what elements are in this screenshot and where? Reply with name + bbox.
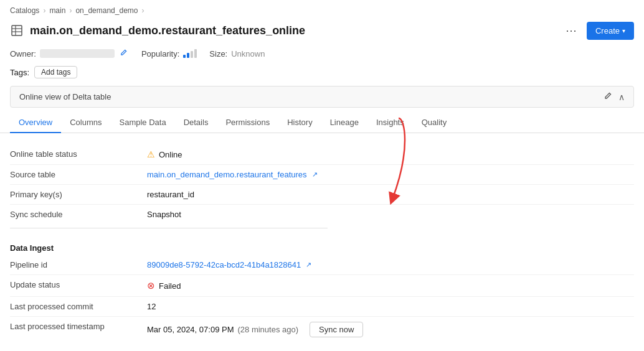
pipeline-id-link[interactable]: 89009de8-5792-42ca-bcd2-41b4a1828641: [147, 260, 301, 269]
tab-insights[interactable]: Insights: [367, 113, 413, 133]
warning-icon: ⚠: [147, 149, 155, 159]
size-label: Size:: [209, 49, 227, 58]
status-value: Online: [159, 150, 182, 159]
external-link-icon: ↗: [306, 261, 311, 269]
sync-now-button[interactable]: Sync now: [310, 322, 363, 337]
table-row: Sync schedule Snapshot: [10, 205, 634, 224]
collapse-delta-button[interactable]: ∧: [618, 92, 625, 102]
timestamp-value: Mar 05, 2024, 07:09 PM: [147, 325, 234, 334]
kebab-menu-button[interactable]: ⋯: [561, 21, 582, 40]
tab-lineage[interactable]: Lineage: [321, 113, 367, 133]
tags-label: Tags:: [10, 68, 29, 77]
breadcrumb-on-demand-demo[interactable]: on_demand_demo: [75, 6, 138, 15]
table-row: Last processed timestamp Mar 05, 2024, 0…: [10, 317, 634, 342]
table-row: Update status ⊗ Failed: [10, 275, 634, 297]
page-title: main.on_demand_demo.restaurant_features_…: [30, 24, 554, 37]
table-row: Last processed commit 12: [10, 297, 634, 317]
table-row: Pipeline id 89009de8-5792-42ca-bcd2-41b4…: [10, 255, 634, 275]
header-row: main.on_demand_demo.restaurant_features_…: [0, 19, 644, 45]
table-icon: [10, 24, 24, 37]
tags-row: Tags: Add tags: [0, 63, 644, 83]
tab-permissions[interactable]: Permissions: [217, 113, 278, 133]
breadcrumb-catalogs[interactable]: Catalogs: [10, 6, 39, 15]
data-ingest-table: Pipeline id 89009de8-5792-42ca-bcd2-41b4…: [10, 255, 634, 342]
banner-actions: ∧: [604, 91, 625, 102]
tab-quality[interactable]: Quality: [413, 113, 455, 133]
timestamp-ago: (28 minutes ago): [237, 325, 298, 334]
svg-rect-0: [12, 26, 22, 35]
header-actions: ⋯ Create ▾: [561, 21, 634, 40]
table-row: Primary key(s) restaurant_id: [10, 185, 634, 205]
breadcrumb: Catalogs › main › on_demand_demo ›: [0, 0, 644, 19]
info-table: Online table status ⚠ Online Source tabl…: [10, 144, 634, 224]
bar-4: [194, 49, 197, 58]
last-commit-value: 12: [147, 302, 156, 311]
delta-banner-text: Online view of Delta table: [19, 92, 111, 101]
bar-3: [191, 51, 193, 58]
table-row: Source table main.on_demand_demo.restaur…: [10, 165, 634, 185]
section-divider: [10, 228, 328, 228]
update-status-value: Failed: [159, 281, 181, 291]
chevron-down-icon: ▾: [622, 27, 625, 34]
overview-content: Online table status ⚠ Online Source tabl…: [0, 133, 644, 351]
bar-1: [183, 55, 186, 58]
owner-label: Owner:: [10, 49, 36, 58]
tab-columns[interactable]: Columns: [61, 113, 110, 133]
tab-overview[interactable]: Overview: [10, 113, 61, 133]
tab-details[interactable]: Details: [175, 113, 217, 133]
popularity-bars: [183, 49, 197, 58]
add-tags-button[interactable]: Add tags: [34, 66, 77, 78]
create-button[interactable]: Create ▾: [587, 22, 634, 40]
delta-banner: Online view of Delta table ∧: [10, 86, 634, 108]
table-row: Online table status ⚠ Online: [10, 144, 634, 165]
failed-icon: ⊗: [147, 280, 155, 291]
tabs-bar: Overview Columns Sample Data Details Per…: [0, 113, 644, 133]
edit-delta-button[interactable]: [604, 91, 612, 102]
owner-value: [40, 49, 115, 58]
data-ingest-title: Data Ingest: [10, 235, 634, 255]
tab-history[interactable]: History: [278, 113, 321, 133]
edit-owner-button[interactable]: [118, 47, 129, 60]
popularity-label: Popularity:: [141, 49, 179, 58]
size-value: Unknown: [231, 49, 265, 58]
sync-schedule-value: Snapshot: [147, 210, 181, 219]
external-link-icon: ↗: [312, 171, 318, 179]
primary-key-value: restaurant_id: [147, 190, 194, 199]
breadcrumb-main[interactable]: main: [49, 6, 65, 15]
bar-2: [187, 53, 189, 58]
source-table-link[interactable]: main.on_demand_demo.restaurant_features: [147, 170, 307, 179]
meta-row: Owner: Popularity: Size: Unknown: [0, 45, 644, 63]
tab-sample-data[interactable]: Sample Data: [110, 113, 174, 133]
